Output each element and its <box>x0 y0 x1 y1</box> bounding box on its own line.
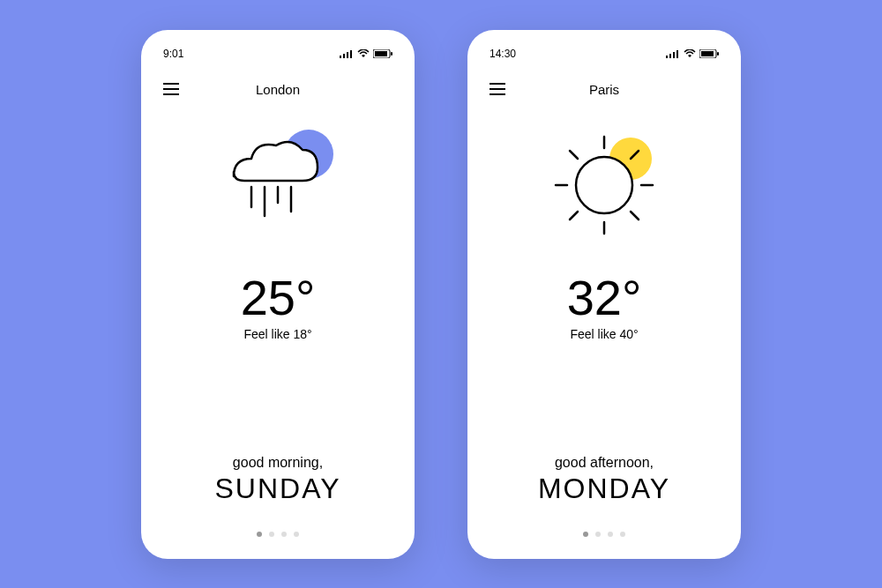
temperature-section: 25° Feel like 18° <box>163 273 392 341</box>
svg-rect-15 <box>676 50 678 58</box>
cloud-rain-icon <box>207 123 348 247</box>
svg-rect-18 <box>717 52 719 56</box>
svg-rect-1 <box>343 54 345 58</box>
greeting-section: good morning, SUNDAY <box>163 455 392 505</box>
svg-point-20 <box>576 157 632 213</box>
weather-icon-container <box>490 123 719 247</box>
signal-icon <box>340 49 354 58</box>
wifi-icon <box>357 49 370 58</box>
phone-screen-1: 9:01 London <box>141 30 415 559</box>
weather-icon-container <box>163 123 392 247</box>
page-dot[interactable] <box>281 532 287 537</box>
status-icons <box>666 49 719 58</box>
status-icons <box>340 49 392 58</box>
status-bar: 14:30 <box>490 48 719 60</box>
page-dot[interactable] <box>608 532 613 537</box>
svg-rect-3 <box>350 50 352 58</box>
battery-icon <box>373 49 392 58</box>
status-bar: 9:01 <box>163 48 392 60</box>
svg-line-26 <box>631 212 639 220</box>
page-dot[interactable] <box>294 532 299 537</box>
feels-like-label: Feel like 40° <box>490 327 719 341</box>
svg-rect-12 <box>666 56 668 58</box>
svg-rect-0 <box>340 56 341 58</box>
svg-rect-2 <box>347 52 348 58</box>
header: London <box>163 82 392 97</box>
page-indicator[interactable] <box>490 532 719 537</box>
page-indicator[interactable] <box>163 532 392 537</box>
sun-icon <box>534 123 675 247</box>
svg-rect-13 <box>669 54 671 58</box>
status-time: 14:30 <box>490 48 516 60</box>
day-label: SUNDAY <box>163 473 392 505</box>
greeting-section: good afternoon, MONDAY <box>490 455 719 505</box>
temperature-section: 32° Feel like 40° <box>490 273 719 341</box>
greeting-text: good morning, <box>163 455 392 471</box>
greeting-text: good afternoon, <box>490 455 719 471</box>
phone-screen-2: 14:30 Paris <box>467 30 741 559</box>
temperature-value: 32° <box>490 273 719 323</box>
feels-like-label: Feel like 18° <box>163 327 392 341</box>
svg-rect-14 <box>673 52 675 58</box>
signal-icon <box>666 49 680 58</box>
page-dot[interactable] <box>595 532 601 537</box>
svg-line-27 <box>570 212 578 220</box>
city-label: Paris <box>490 82 719 97</box>
svg-rect-5 <box>375 51 387 56</box>
status-time: 9:01 <box>163 48 183 60</box>
page-dot[interactable] <box>583 532 588 537</box>
wifi-icon <box>684 49 696 58</box>
city-label: London <box>163 82 392 97</box>
page-dot[interactable] <box>257 532 262 537</box>
svg-line-25 <box>570 151 578 159</box>
page-dot[interactable] <box>269 532 274 537</box>
svg-rect-17 <box>701 51 714 56</box>
page-dot[interactable] <box>620 532 625 537</box>
svg-rect-6 <box>391 52 392 56</box>
day-label: MONDAY <box>490 473 719 505</box>
temperature-value: 25° <box>163 273 392 323</box>
battery-icon <box>699 49 719 58</box>
header: Paris <box>490 82 719 97</box>
